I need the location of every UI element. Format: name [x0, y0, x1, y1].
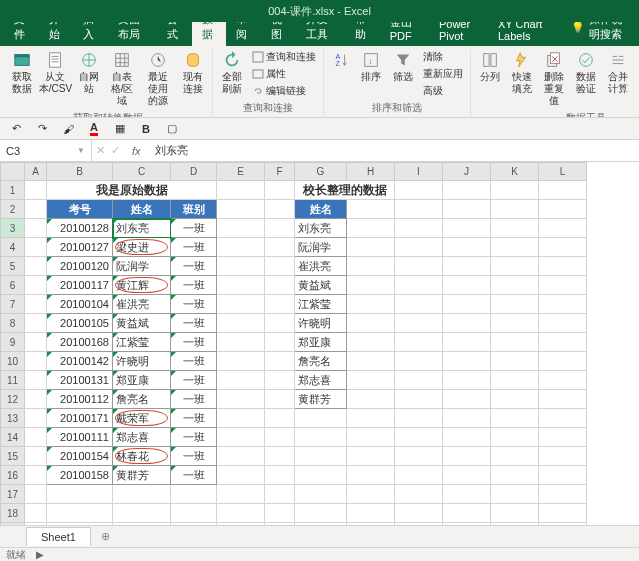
- cell-G17[interactable]: [295, 485, 347, 504]
- cell-H12[interactable]: [347, 390, 395, 409]
- cell-J10[interactable]: [443, 352, 491, 371]
- cell-F13[interactable]: [265, 409, 295, 428]
- cell-K14[interactable]: [491, 428, 539, 447]
- properties-button[interactable]: 属性: [249, 66, 319, 82]
- recent-sources-button[interactable]: 最近使用的源: [140, 49, 176, 109]
- cell-D17[interactable]: [171, 485, 217, 504]
- cell-G13[interactable]: [295, 409, 347, 428]
- cell-G7[interactable]: 江紫莹: [295, 295, 347, 314]
- cell-H13[interactable]: [347, 409, 395, 428]
- cell-A13[interactable]: [25, 409, 47, 428]
- cell-E14[interactable]: [217, 428, 265, 447]
- cell-F15[interactable]: [265, 447, 295, 466]
- cell-J13[interactable]: [443, 409, 491, 428]
- advanced-button[interactable]: 高级: [420, 83, 466, 99]
- cell-A14[interactable]: [25, 428, 47, 447]
- formula-input[interactable]: 刘东亮: [149, 143, 639, 158]
- sort-button[interactable]: ↓排序: [356, 49, 386, 85]
- col-header-I[interactable]: I: [395, 163, 443, 181]
- cell-K16[interactable]: [491, 466, 539, 485]
- row-header-11[interactable]: 11: [1, 371, 25, 390]
- cell-E1[interactable]: [217, 181, 265, 200]
- cell-B9[interactable]: 20100168: [47, 333, 113, 352]
- cell-H16[interactable]: [347, 466, 395, 485]
- row-header-17[interactable]: 17: [1, 485, 25, 504]
- cell-H4[interactable]: [347, 238, 395, 257]
- cell-A12[interactable]: [25, 390, 47, 409]
- cell-G9[interactable]: 郑亚康: [295, 333, 347, 352]
- cell-H6[interactable]: [347, 276, 395, 295]
- cell-F3[interactable]: [265, 219, 295, 238]
- cell-D13[interactable]: 一班: [171, 409, 217, 428]
- cell-L13[interactable]: [539, 409, 587, 428]
- cell-K10[interactable]: [491, 352, 539, 371]
- cell-B3[interactable]: 20100128: [47, 219, 113, 238]
- fill-icon[interactable]: ▢: [162, 120, 182, 138]
- fx-icon[interactable]: fx: [124, 145, 149, 157]
- cell-D14[interactable]: 一班: [171, 428, 217, 447]
- cell-A16[interactable]: [25, 466, 47, 485]
- cell-I5[interactable]: [395, 257, 443, 276]
- cell-B6[interactable]: 20100117: [47, 276, 113, 295]
- col-header-B[interactable]: B: [47, 163, 113, 181]
- col-header-J[interactable]: J: [443, 163, 491, 181]
- cell-F5[interactable]: [265, 257, 295, 276]
- cell-G14[interactable]: [295, 428, 347, 447]
- queries-conn-button[interactable]: 查询和连接: [249, 49, 319, 65]
- cell-B12[interactable]: 20100112: [47, 390, 113, 409]
- cell-H14[interactable]: [347, 428, 395, 447]
- cell-C8[interactable]: 黄益斌: [113, 314, 171, 333]
- cell-L5[interactable]: [539, 257, 587, 276]
- cell-F1[interactable]: [265, 181, 295, 200]
- sheet-tab-1[interactable]: Sheet1: [26, 527, 91, 546]
- cell-L7[interactable]: [539, 295, 587, 314]
- cell-G5[interactable]: 崔洪亮: [295, 257, 347, 276]
- cell-A17[interactable]: [25, 485, 47, 504]
- cell-C5[interactable]: 阮润学: [113, 257, 171, 276]
- cell-J5[interactable]: [443, 257, 491, 276]
- cell-B10[interactable]: 20100142: [47, 352, 113, 371]
- existing-conn-button[interactable]: 现有连接: [178, 49, 208, 97]
- cell-I14[interactable]: [395, 428, 443, 447]
- cell-I6[interactable]: [395, 276, 443, 295]
- cell-E11[interactable]: [217, 371, 265, 390]
- bold-button[interactable]: B: [136, 120, 156, 138]
- cell-G15[interactable]: [295, 447, 347, 466]
- cell-G11[interactable]: 郑志喜: [295, 371, 347, 390]
- cell-I10[interactable]: [395, 352, 443, 371]
- cell-A8[interactable]: [25, 314, 47, 333]
- cell-K15[interactable]: [491, 447, 539, 466]
- cell-G12[interactable]: 黄群芳: [295, 390, 347, 409]
- cell-A2[interactable]: [25, 200, 47, 219]
- cell-G10[interactable]: 詹亮名: [295, 352, 347, 371]
- cell-A9[interactable]: [25, 333, 47, 352]
- cell-H18[interactable]: [347, 504, 395, 523]
- cell-G8[interactable]: 许晓明: [295, 314, 347, 333]
- cell-F11[interactable]: [265, 371, 295, 390]
- cell-A3[interactable]: [25, 219, 47, 238]
- cell-F10[interactable]: [265, 352, 295, 371]
- cell-E17[interactable]: [217, 485, 265, 504]
- cell-K18[interactable]: [491, 504, 539, 523]
- cell-G3[interactable]: 刘东亮: [295, 219, 347, 238]
- cell-C2[interactable]: 姓名: [113, 200, 171, 219]
- cell-F6[interactable]: [265, 276, 295, 295]
- cell-E6[interactable]: [217, 276, 265, 295]
- cell-E13[interactable]: [217, 409, 265, 428]
- text-to-cols-button[interactable]: 分列: [475, 49, 505, 85]
- cell-I18[interactable]: [395, 504, 443, 523]
- row-header-3[interactable]: 3: [1, 219, 25, 238]
- cell-L3[interactable]: [539, 219, 587, 238]
- cell-D5[interactable]: 一班: [171, 257, 217, 276]
- col-header-K[interactable]: K: [491, 163, 539, 181]
- add-sheet-button[interactable]: ⊕: [95, 528, 117, 546]
- cell-J17[interactable]: [443, 485, 491, 504]
- get-data-button[interactable]: 获取数据: [7, 49, 37, 97]
- cell-E10[interactable]: [217, 352, 265, 371]
- cell-D6[interactable]: 一班: [171, 276, 217, 295]
- row-header-5[interactable]: 5: [1, 257, 25, 276]
- macro-record-icon[interactable]: ▶: [36, 549, 44, 560]
- cell-E2[interactable]: [217, 200, 265, 219]
- cell-K5[interactable]: [491, 257, 539, 276]
- cell-G16[interactable]: [295, 466, 347, 485]
